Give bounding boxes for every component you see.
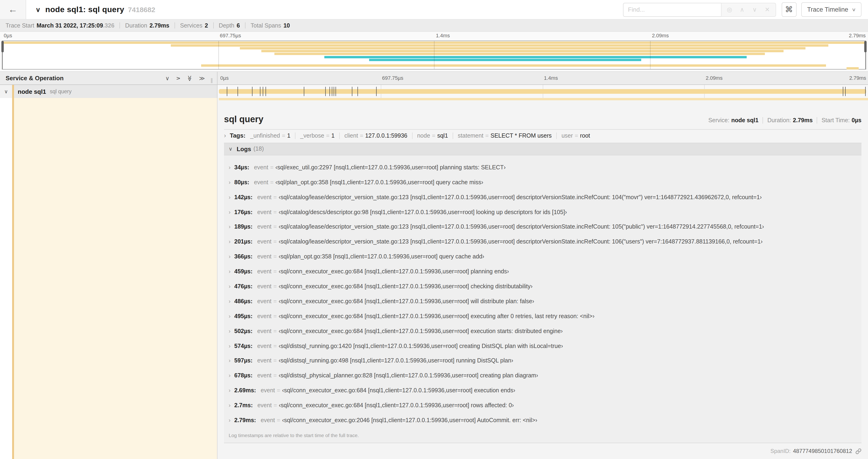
log-row[interactable]: ›502µs:event=‹sql/conn_executor_exec.go:…: [224, 324, 862, 339]
log-row[interactable]: ›597µs:event=‹sql/distsql_running.go:498…: [224, 353, 862, 368]
detail-expanded-bg: [14, 98, 217, 459]
meta-value: node sql1: [731, 117, 758, 124]
expand-one-icon[interactable]: ∨: [175, 76, 181, 80]
timeline-ruler: 0µs697.75µs1.4ms2.09ms2.79ms: [217, 72, 868, 85]
collapse-one-icon[interactable]: ∨: [165, 75, 169, 81]
tag-divider: [339, 132, 340, 139]
meta-label: Service:: [708, 117, 730, 124]
log-row[interactable]: ›2.69ms:event=‹sql/conn_executor_exec.go…: [224, 383, 862, 398]
log-equals: =: [277, 417, 280, 424]
log-row[interactable]: ›678µs:event=‹sql/distsql_physical_plann…: [224, 368, 862, 383]
minimap-scrubber-right[interactable]: [865, 41, 866, 69]
trace-collapse-icon[interactable]: ∨: [35, 6, 40, 13]
span-row-name-cell[interactable]: ∨ node sql1 sql query: [0, 85, 217, 98]
expand-all-icon[interactable]: ≫: [199, 75, 205, 81]
log-row-chevron-icon: ›: [229, 224, 230, 230]
log-field-key: event: [254, 164, 268, 171]
log-row[interactable]: ›142µs:event=‹sql/catalog/lease/descript…: [224, 190, 862, 205]
log-marker: [358, 87, 358, 96]
view-select-button[interactable]: Trace Timeline ∨: [801, 2, 862, 17]
minimap-span-bar: [369, 59, 642, 61]
logs-title: Logs: [237, 145, 251, 153]
find-prev-icon[interactable]: ∧: [736, 6, 748, 13]
log-equals: =: [274, 224, 277, 230]
log-row[interactable]: ›34µs:event=‹sql/exec_util.go:2297 [nsql…: [224, 160, 862, 175]
span-name[interactable]: node sql1 sql query: [14, 85, 217, 98]
log-equals: =: [277, 387, 280, 394]
detail-span-strip-row: [217, 98, 868, 100]
log-marker: [334, 87, 334, 96]
log-row-chevron-icon: ›: [229, 283, 230, 290]
ruler-tick-label: 2.79ms: [848, 75, 866, 81]
span-id-value: 4877749850101760812: [793, 448, 852, 454]
log-timestamp: 80µs:: [234, 179, 249, 186]
minimap-span-bar: [324, 56, 746, 58]
span-collapse-icon[interactable]: ∨: [4, 88, 8, 94]
log-row[interactable]: ›189µs:event=‹sql/catalog/lease/descript…: [224, 220, 862, 234]
timeline-column-header: Service & Operation ∨ ∨ ≫ ≫ ▕▏ 0µs697.75…: [0, 72, 868, 85]
log-field-value: ‹sql/catalog/lease/descriptor_version_st…: [279, 194, 762, 200]
log-equals: =: [274, 254, 277, 260]
minimap-tick-labels: 0µs697.75µs1.4ms2.09ms2.79ms: [2, 32, 866, 40]
log-row[interactable]: ›80µs:event=‹sql/plan_opt.go:358 [nsql1,…: [224, 175, 862, 190]
column-splitter-handle[interactable]: ▕▏: [208, 78, 216, 83]
minimap-scrubber-grip[interactable]: [1, 41, 4, 52]
log-row[interactable]: ›201µs:event=‹sql/catalog/lease/descript…: [224, 234, 862, 249]
tag-item: node=sql1: [417, 132, 448, 139]
logs-chevron-icon: ∨: [229, 146, 232, 152]
minimap-scrubber-left[interactable]: [2, 41, 3, 69]
log-row-chevron-icon: ›: [229, 239, 230, 245]
deep-link-icon[interactable]: [856, 448, 862, 454]
command-icon: ⌘: [785, 5, 793, 14]
log-timestamp: 495µs:: [234, 313, 252, 320]
summary-divider: [175, 22, 175, 28]
log-row[interactable]: ›476µs:event=‹sql/conn_executor_exec.go:…: [224, 279, 862, 294]
log-equals: =: [270, 179, 274, 186]
minimap-gridline: [218, 41, 219, 69]
span-detail-card: sql query Service:node sql1Duration:2.79…: [217, 100, 868, 459]
minimap-scrubber-grip[interactable]: [864, 41, 867, 52]
summary-value: 2: [205, 22, 208, 29]
log-row[interactable]: ›176µs:event=‹sql/catalog/descs/descript…: [224, 204, 862, 220]
minimap-gridline: [434, 41, 434, 69]
span-row: ∨ node sql1 sql query: [0, 85, 868, 98]
log-row-chevron-icon: ›: [229, 194, 230, 200]
minimap-canvas[interactable]: [2, 41, 866, 69]
keyboard-shortcuts-button[interactable]: ⌘: [781, 2, 796, 17]
logs-header[interactable]: ∨ Logs (18): [224, 143, 862, 155]
log-equals: =: [274, 402, 277, 408]
tags-row[interactable]: › Tags: _unfinished=1_verbose=1client=12…: [217, 130, 868, 141]
log-row[interactable]: ›366µs:event=‹sql/plan_opt.go:358 [nsql1…: [224, 249, 862, 264]
tag-item: statement=SELECT * FROM users: [458, 132, 552, 139]
back-button[interactable]: ←: [0, 0, 26, 19]
log-field-value: ‹sql/distsql_physical_planner.go:828 [ns…: [279, 372, 538, 379]
locate-icon[interactable]: ◎: [723, 6, 736, 13]
tag-equals: =: [326, 132, 330, 139]
log-field-value: ‹sql/conn_executor_exec.go:684 [nsql1,cl…: [279, 402, 514, 408]
span-duration-bar[interactable]: [219, 89, 866, 94]
log-field-value: ‹sql/distsql_running.go:498 [nsql1,clien…: [279, 358, 513, 364]
jaeger-trace-page: ← ∨ node sql1: sql query 7418682 ◎ ∧ ∨ ✕…: [0, 0, 868, 459]
minimap-span-bar: [201, 64, 826, 67]
collapse-all-icon[interactable]: ≫: [186, 75, 193, 81]
log-equals: =: [274, 209, 277, 215]
log-row[interactable]: ›459µs:event=‹sql/conn_executor_exec.go:…: [224, 264, 862, 279]
log-marker: [845, 87, 846, 96]
find-clear-icon[interactable]: ✕: [761, 6, 774, 13]
tags-chevron-icon: ›: [224, 132, 226, 139]
tag-equals: =: [432, 132, 435, 139]
view-select-label: Trace Timeline: [807, 6, 848, 13]
log-row[interactable]: ›495µs:event=‹sql/conn_executor_exec.go:…: [224, 309, 862, 324]
log-row[interactable]: ›2.7ms:event=‹sql/conn_executor_exec.go:…: [224, 398, 862, 413]
log-marker: [227, 87, 227, 96]
log-row[interactable]: ›2.79ms:event=‹sql/conn_executor_exec.go…: [224, 413, 862, 428]
log-row[interactable]: ›574µs:event=‹sql/distsql_running.go:142…: [224, 338, 862, 353]
log-row-chevron-icon: ›: [229, 402, 230, 408]
find-next-icon[interactable]: ∨: [748, 6, 761, 13]
minimap-span-bar: [274, 53, 765, 55]
log-row[interactable]: ›486µs:event=‹sql/conn_executor_exec.go:…: [224, 294, 862, 309]
trace-id: 7418682: [128, 6, 155, 13]
find-input[interactable]: [623, 3, 721, 17]
trace-title-group: ∨ node sql1: sql query 7418682: [26, 0, 623, 19]
log-timestamp: 678µs:: [234, 372, 252, 379]
